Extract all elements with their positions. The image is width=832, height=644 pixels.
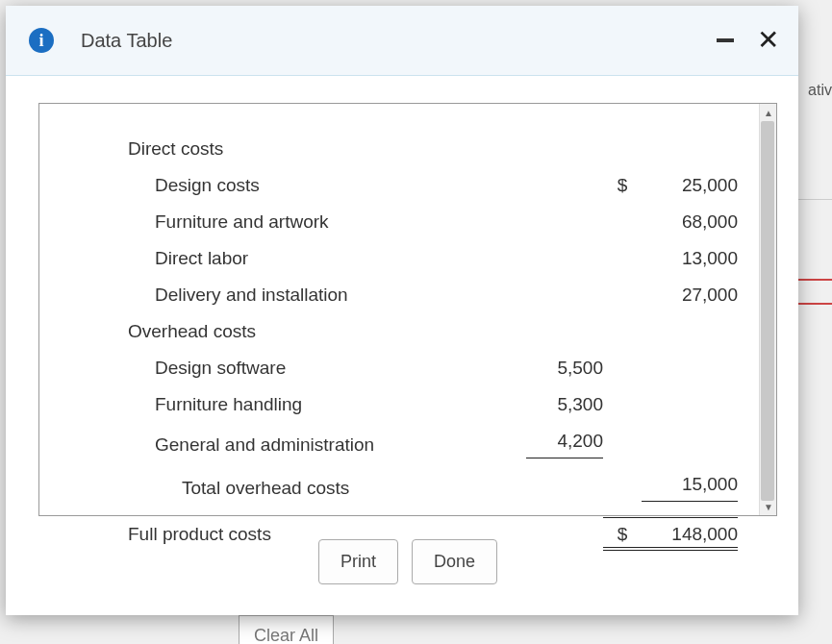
table-row: Direct labor 13,000 bbox=[128, 240, 738, 277]
item-label: Furniture handling bbox=[128, 394, 497, 415]
data-table-modal: i Data Table ✕ ▲ ▼ Direct costs Design c… bbox=[6, 6, 798, 615]
clear-all-button-bg: Clear All bbox=[239, 615, 334, 644]
info-icon: i bbox=[29, 28, 54, 53]
scrollbar[interactable]: ▲ ▼ bbox=[759, 104, 776, 515]
table-row: Furniture handling 5,300 bbox=[128, 386, 738, 423]
table-row: Furniture and artwork 68,000 bbox=[128, 204, 738, 240]
modal-body: ▲ ▼ Direct costs Design costs $ 25,000 F… bbox=[6, 76, 798, 615]
bg-divider bbox=[798, 303, 832, 305]
table-row: General and administration 4,200 bbox=[128, 423, 738, 466]
currency-symbol: $ bbox=[603, 517, 642, 551]
total-label: Full product costs bbox=[128, 524, 497, 545]
subtotal-value: 15,000 bbox=[642, 474, 738, 502]
close-button[interactable]: ✕ bbox=[757, 27, 779, 54]
item-label: Furniture and artwork bbox=[128, 211, 497, 233]
modal-title: Data Table bbox=[81, 30, 717, 52]
item-label: Design costs bbox=[128, 175, 497, 196]
scroll-up-icon[interactable]: ▲ bbox=[760, 104, 777, 121]
subtotal-label: Total overhead costs bbox=[128, 478, 497, 499]
item-value: 13,000 bbox=[642, 248, 738, 269]
table-row: Delivery and installation 27,000 bbox=[128, 277, 738, 313]
item-label: Delivery and installation bbox=[128, 285, 497, 306]
total-value: 148,000 bbox=[642, 517, 738, 551]
item-label: Design software bbox=[128, 358, 497, 379]
heading-label: Overhead costs bbox=[128, 321, 738, 342]
item-value: 5,500 bbox=[526, 358, 603, 379]
bg-divider bbox=[798, 199, 832, 200]
modal-header: i Data Table ✕ bbox=[6, 6, 798, 76]
item-value: 4,200 bbox=[526, 431, 603, 458]
table-row: Design software 5,500 bbox=[128, 350, 738, 386]
table-row-subtotal: Total overhead costs 15,000 bbox=[128, 466, 738, 509]
item-value: 25,000 bbox=[642, 175, 738, 196]
item-label: Direct labor bbox=[128, 248, 497, 269]
heading-label: Direct costs bbox=[128, 138, 738, 160]
currency-symbol: $ bbox=[603, 175, 642, 196]
section-heading-overhead: Overhead costs bbox=[128, 313, 738, 350]
bg-divider bbox=[798, 279, 832, 281]
cost-table: Direct costs Design costs $ 25,000 Furni… bbox=[39, 104, 776, 568]
section-heading-direct: Direct costs bbox=[128, 131, 738, 167]
table-container: ▲ ▼ Direct costs Design costs $ 25,000 F… bbox=[38, 103, 777, 516]
item-value: 5,300 bbox=[526, 394, 603, 415]
item-value: 68,000 bbox=[642, 211, 738, 233]
item-label: General and administration bbox=[128, 434, 497, 456]
table-row: Design costs $ 25,000 bbox=[128, 167, 738, 204]
item-value: 27,000 bbox=[642, 285, 738, 306]
scroll-thumb[interactable] bbox=[761, 121, 774, 501]
scroll-down-icon[interactable]: ▼ bbox=[760, 498, 777, 515]
table-row-total: Full product costs $ 148,000 bbox=[128, 509, 738, 558]
minimize-button[interactable] bbox=[717, 38, 734, 42]
bg-text-fragment: ativ bbox=[808, 82, 832, 99]
